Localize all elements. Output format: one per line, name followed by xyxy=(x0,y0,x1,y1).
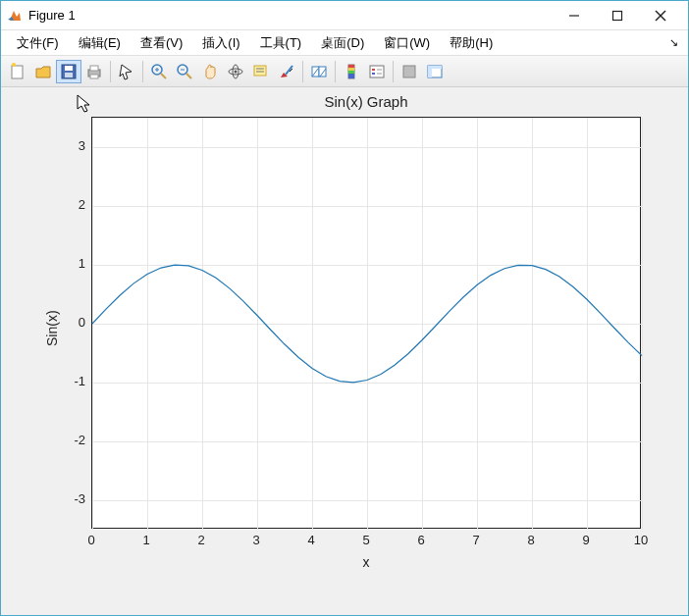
svg-rect-22 xyxy=(254,66,266,76)
x-tick-label: 3 xyxy=(246,533,266,547)
zoom-in-button[interactable] xyxy=(146,60,172,83)
minimize-button[interactable] xyxy=(553,2,596,29)
y-tick-label: 2 xyxy=(64,197,85,212)
svg-rect-29 xyxy=(348,65,354,68)
link-plot-button[interactable] xyxy=(306,60,332,83)
toolbar xyxy=(1,56,688,87)
window-title: Figure 1 xyxy=(28,8,76,23)
insert-colorbar-button[interactable] xyxy=(339,60,364,83)
x-tick-label: 4 xyxy=(301,533,321,547)
figure-window: Figure 1 文件(F) 编辑(E) 查看(V) 插入(I) 工具(T) 桌… xyxy=(0,0,689,616)
svg-rect-30 xyxy=(348,68,354,71)
menu-tools[interactable]: 工具(T) xyxy=(250,32,312,54)
svg-line-17 xyxy=(186,74,191,78)
y-tick-label: -2 xyxy=(64,433,85,447)
x-tick-label: 1 xyxy=(136,533,156,547)
close-button[interactable] xyxy=(639,2,682,29)
x-tick-label: 9 xyxy=(576,533,596,547)
svg-rect-33 xyxy=(370,66,384,77)
plot-area: Sin(x) Graph 012345678910 -3-2-10123 x S… xyxy=(1,87,688,615)
y-tick-label: -1 xyxy=(64,374,85,388)
show-plot-tools-button[interactable] xyxy=(422,60,448,83)
svg-rect-4 xyxy=(12,66,23,78)
menu-insert[interactable]: 插入(I) xyxy=(192,32,249,54)
open-file-button[interactable] xyxy=(30,60,56,83)
svg-rect-7 xyxy=(65,66,73,71)
x-axis-label: x xyxy=(91,554,641,570)
menu-view[interactable]: 查看(V) xyxy=(131,32,192,54)
rotate-3d-button[interactable] xyxy=(223,60,248,83)
menu-help[interactable]: 帮助(H) xyxy=(440,32,503,54)
x-tick-label: 2 xyxy=(191,533,211,547)
svg-rect-11 xyxy=(90,75,98,78)
x-tick-label: 8 xyxy=(521,533,541,547)
y-axis-label: Sin(x) xyxy=(44,310,60,346)
new-figure-button[interactable] xyxy=(5,60,30,83)
svg-rect-10 xyxy=(90,66,98,71)
svg-rect-8 xyxy=(65,73,73,77)
grid-vline xyxy=(642,118,643,530)
x-tick-label: 0 xyxy=(81,533,101,547)
svg-point-21 xyxy=(235,70,238,73)
chart-title: Sin(x) Graph xyxy=(91,93,641,110)
x-tick-label: 7 xyxy=(466,533,486,547)
y-tick-label: 1 xyxy=(64,256,85,271)
matlab-icon xyxy=(7,8,23,24)
svg-rect-1 xyxy=(613,11,622,20)
maximize-button[interactable] xyxy=(596,2,639,29)
print-button[interactable] xyxy=(81,60,107,83)
brush-button[interactable] xyxy=(274,60,299,83)
svg-point-5 xyxy=(12,63,16,67)
menu-file[interactable]: 文件(F) xyxy=(7,32,69,54)
y-tick-label: 3 xyxy=(64,138,85,153)
x-tick-label: 5 xyxy=(356,533,376,547)
pan-button[interactable] xyxy=(197,60,223,83)
svg-line-13 xyxy=(161,74,166,78)
zoom-out-button[interactable] xyxy=(172,60,197,83)
svg-rect-27 xyxy=(319,67,326,77)
y-tick-label: 0 xyxy=(64,315,85,330)
save-button[interactable] xyxy=(56,60,81,83)
svg-rect-41 xyxy=(428,66,442,69)
axes[interactable] xyxy=(91,117,641,529)
menu-window[interactable]: 窗口(W) xyxy=(374,32,440,54)
svg-rect-38 xyxy=(403,66,415,77)
x-tick-label: 10 xyxy=(631,533,651,547)
menubar: 文件(F) 编辑(E) 查看(V) 插入(I) 工具(T) 桌面(D) 窗口(W… xyxy=(1,30,688,56)
titlebar: Figure 1 xyxy=(1,1,688,30)
dock-arrow-icon[interactable]: ↘ xyxy=(669,36,682,49)
svg-rect-31 xyxy=(348,71,354,74)
y-tick-label: -3 xyxy=(64,491,85,506)
menu-edit[interactable]: 编辑(E) xyxy=(69,32,131,54)
hide-plot-tools-button[interactable] xyxy=(397,60,422,83)
sine-line xyxy=(92,118,642,530)
edit-plot-button[interactable] xyxy=(114,60,139,83)
x-tick-label: 6 xyxy=(411,533,431,547)
svg-rect-32 xyxy=(348,74,354,78)
data-cursor-button[interactable] xyxy=(248,60,274,83)
menu-desktop[interactable]: 桌面(D) xyxy=(311,32,374,54)
insert-legend-button[interactable] xyxy=(364,60,390,83)
